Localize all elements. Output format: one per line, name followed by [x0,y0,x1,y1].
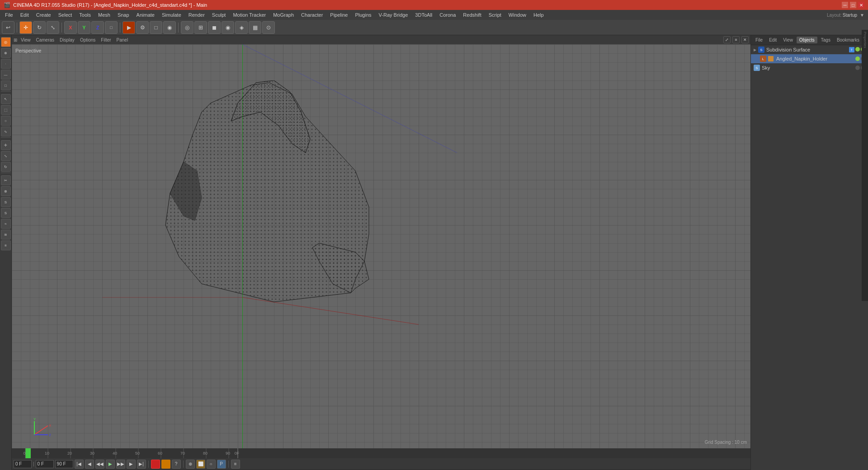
toolbar-light-button[interactable]: ◉ [222,21,234,34]
pb-step-forward-button[interactable]: ▶ [127,460,136,469]
menu-edit[interactable]: Edit [17,11,32,19]
om-tab-file[interactable]: File [753,37,765,43]
menu-tools[interactable]: Tools [76,11,94,19]
frame-end-input[interactable] [55,460,73,468]
tool-rotate[interactable]: ↻ [1,162,11,172]
menu-file[interactable]: File [2,11,16,19]
menu-sculpt[interactable]: Sculpt [209,11,229,19]
tool-object-mode[interactable]: ◎ [1,37,11,47]
toolbar-move-button[interactable]: ✛ [19,21,32,34]
vp-tab-display[interactable]: Display [58,37,76,43]
frame-current-input[interactable] [14,460,32,468]
menu-select[interactable]: Select [55,11,75,19]
frame-start-input[interactable] [36,460,54,468]
menu-window[interactable]: Window [505,11,529,19]
menu-corona[interactable]: Corona [436,11,459,19]
toolbar-sky-button[interactable]: ⊙ [262,21,275,34]
layout-settings-icon[interactable]: ▼ [858,13,866,18]
pb-cycle-button[interactable]: ○ [207,460,216,469]
toolbar-shadow-button[interactable]: ◈ [235,21,248,34]
menu-help[interactable]: Help [530,11,547,19]
tool-loop[interactable]: ⊗ [1,186,11,196]
vp-tab-options[interactable]: Options [78,37,97,43]
pb-question-button[interactable]: ? [172,460,181,469]
vp-tab-view[interactable]: View [19,37,33,43]
pb-play-reverse-button[interactable]: ◀◀ [95,460,104,469]
tool-texture[interactable]: ≡ [1,240,11,250]
menu-pipeline[interactable]: Pipeline [327,11,351,19]
menu-render[interactable]: Render [185,11,208,19]
vp-ctrl-maximize[interactable]: ⤢ [723,36,731,43]
vp-ctrl-close[interactable]: ✕ [741,36,749,43]
toolbar-all-axes[interactable]: □ [105,21,118,34]
om-tab-bookmarks[interactable]: Bookmarks [834,37,862,43]
viewport-3d[interactable]: Perspective Grid Spacing : 10 cm X Y Z [12,44,750,448]
pb-options-button[interactable]: ≡ [231,460,240,469]
pb-record-button[interactable] [151,460,160,469]
om-item-subdivision[interactable]: ▶ S Subdivision Surface T [751,45,868,54]
om-tab-view[interactable]: View [780,37,796,43]
om-tab-objects[interactable]: Objects [797,37,817,43]
om-item-sky[interactable]: S Sky [751,63,868,72]
vp-tab-filter[interactable]: Filter [99,37,113,43]
toolbar-y-axis[interactable]: Y [78,21,90,34]
om-tab-tags[interactable]: Tags [818,37,833,43]
tool-edge-mode[interactable]: — [1,70,11,80]
tool-magnet[interactable]: S [1,208,11,218]
menu-mograph[interactable]: MoGraph [270,11,297,19]
toolbar-rotate-button[interactable]: ↻ [33,21,46,34]
pb-play-button[interactable]: ▶ [106,460,115,469]
pb-step-back-button[interactable]: ◀ [85,460,94,469]
menu-snap[interactable]: Snap [114,11,132,19]
toolbar-scale-button[interactable]: ⤡ [47,21,59,34]
tool-knife[interactable]: ✂ [1,175,11,185]
maximize-button[interactable]: □ [850,2,856,8]
tool-select-rect[interactable]: ⬚ [1,105,11,115]
toolbar-render-region-button[interactable]: □ [150,21,162,34]
pb-keyframe-button[interactable]: ⊕ [186,460,195,469]
pb-go-end-button[interactable]: ▶| [137,460,146,469]
menu-motion-tracker[interactable]: Motion Tracker [230,11,269,19]
menu-character[interactable]: Character [298,11,326,19]
tool-select-lasso[interactable]: ∿ [1,127,11,136]
om-item-napkin-holder[interactable]: L Angled_Napkin_Holder [751,54,868,63]
tool-move[interactable]: ✛ [1,140,11,150]
om-tab-edit[interactable]: Edit [766,37,779,43]
menu-simulate[interactable]: Simulate [159,11,184,19]
menu-create[interactable]: Create [33,11,54,19]
toolbar-undo-button[interactable]: ↩ [2,21,14,34]
tool-scale[interactable]: ⤡ [1,151,11,161]
menu-vray[interactable]: V-Ray Bridge [376,11,411,19]
toolbar-render-settings-button[interactable]: ⚙ [136,21,149,34]
minimize-button[interactable]: ─ [842,2,848,8]
timeline-tick-area[interactable]: 0 10 20 30 40 50 60 70 80 [12,448,750,458]
tool-point-mode[interactable]: · [1,59,11,69]
tool-paint[interactable]: ≋ [1,230,11,240]
pb-anim-button[interactable]: ⬜ [196,460,205,469]
close-button[interactable]: ✕ [858,2,864,8]
pb-auto-key-button[interactable] [161,460,170,469]
menu-plugins[interactable]: Plugins [352,11,374,19]
menu-redshift[interactable]: Redshift [460,11,484,19]
menu-animate[interactable]: Animate [133,11,158,19]
menu-mesh[interactable]: Mesh [95,11,113,19]
toolbar-render-picture-viewer-button[interactable]: ◉ [163,21,176,34]
vp-ctrl-settings[interactable]: ≡ [732,36,740,43]
pb-camera-button[interactable]: P [217,460,226,469]
menu-3dtoall[interactable]: 3DToAll [412,11,435,19]
tool-bridge[interactable]: S [1,197,11,207]
vp-tab-panel[interactable]: Panel [115,37,130,43]
tool-poly-mode[interactable]: □ [1,80,11,90]
toolbar-render-view-button[interactable]: ▶ [123,21,135,34]
pb-play-forward-button[interactable]: ▶▶ [116,460,125,469]
tool-select-live[interactable]: ↖ [1,94,11,104]
toolbar-floor-button[interactable]: ▦ [249,21,261,34]
tool-select-circle[interactable]: ○ [1,116,11,126]
toolbar-x-axis[interactable]: X [64,21,77,34]
toolbar-display-mode-button[interactable]: ◎ [181,21,193,34]
pb-go-start-button[interactable]: |◀ [75,460,84,469]
toolbar-wireframe-button[interactable]: ⊞ [194,21,207,34]
menu-script[interactable]: Script [486,11,505,19]
tool-edit-mode[interactable]: ⊕ [1,48,11,58]
toolbar-z-axis[interactable]: Z [91,21,104,34]
